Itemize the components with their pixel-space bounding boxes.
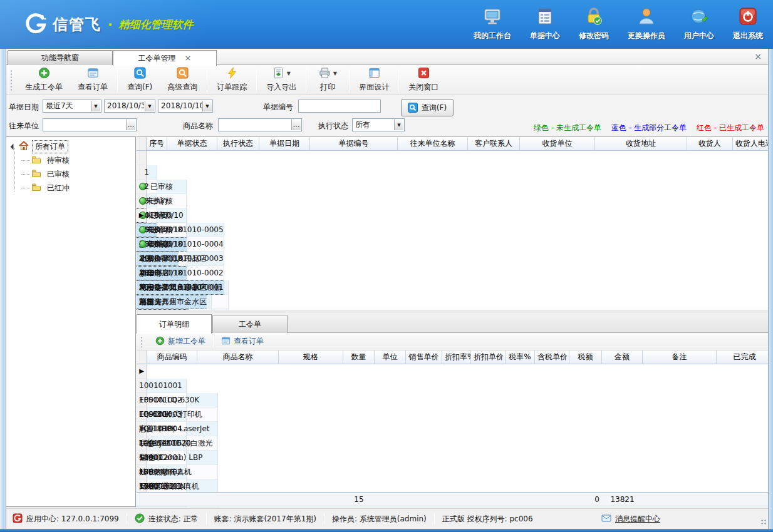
column-header[interactable]: 执行状态 [217, 137, 259, 151]
column-header[interactable]: 客户联系人 [468, 137, 520, 151]
column-header[interactable] [137, 350, 147, 364]
exit-system-button[interactable]: 退出系统 [733, 6, 763, 41]
toolbar-grip[interactable] [10, 69, 13, 91]
tab-workorder-mgmt[interactable]: 工令单管理 × [113, 50, 217, 66]
change-password-button[interactable]: 修改密码 [579, 6, 609, 41]
query-button[interactable]: 查询(F) [401, 99, 454, 116]
status-account-set: 账套: 演示账套(2017年第1期) [207, 514, 324, 524]
order-no-input[interactable] [298, 100, 381, 113]
table-row[interactable]: 100101005佳能 (Canon) LBPLBP 29001台1501001… [137, 422, 768, 436]
column-header[interactable]: 含税单价 [535, 350, 569, 364]
status-license: 正式版 授权序列号: pc006 [435, 514, 541, 524]
column-header[interactable]: 折扣单价 [471, 350, 506, 364]
plus-circle-icon [38, 67, 50, 81]
view-order-button[interactable]: 查看订单 [70, 66, 115, 95]
table-row[interactable]: 100102002兄弟普通纸传真机FAX-8881台17401001740017… [137, 451, 768, 465]
table-row[interactable]: 100102001松下热敏传真机KX-FT862CN1台150100150015… [137, 436, 768, 451]
table-row[interactable]: ▶5已审核未执行2018/10/10XSDD-20181010-0001蓝猫文具… [137, 208, 768, 223]
ellipsis-picker-icon[interactable]: … [291, 120, 301, 130]
tree-item-label: 已审核 [44, 168, 72, 180]
my-workbench-button[interactable]: 我的工作台 [474, 6, 511, 41]
view-order-button[interactable]: 查看订单 [216, 334, 269, 349]
column-header[interactable]: 单据日期 [259, 137, 310, 151]
date-from-select[interactable]: 2018/10/3▼ [104, 100, 155, 113]
table-row[interactable]: 100101003惠普（HP）LaserJetLaserJet 10201台17… [137, 393, 768, 407]
column-header[interactable]: 备注 [643, 350, 717, 364]
document-center-button[interactable]: 单据中心 [530, 6, 560, 41]
tab-nav-window[interactable]: 功能导航窗 [8, 50, 113, 65]
tree-item-all-orders[interactable]: 所有订单 [6, 140, 135, 153]
user-center-button[interactable]: 用户中心 [684, 6, 714, 41]
column-header[interactable]: 规格 [279, 350, 343, 364]
table-row[interactable]: 100103001紫光平板扫描仪Uniscan LA20001台15110015… [137, 465, 768, 479]
table-row[interactable]: 100101002EPSON针式打印机LQ-1800K1台17501001750… [137, 379, 768, 393]
column-header[interactable]: 收货单位 [520, 137, 595, 151]
status-message-center[interactable]: 消息提醒中心 [594, 513, 668, 525]
print-button[interactable]: ▼打印 [308, 66, 347, 95]
partner-input[interactable]: … [43, 118, 137, 131]
column-header[interactable]: 序号 [147, 137, 167, 151]
tree-item-已红冲[interactable]: 已红冲 [6, 181, 135, 195]
chevron-down-icon[interactable]: ▼ [202, 101, 212, 111]
import-export-button[interactable]: ▼导入导出 [259, 66, 304, 95]
tabstrip-close-icon[interactable]: × [754, 52, 762, 61]
button-label: 查询(F) [127, 82, 152, 93]
column-header[interactable]: 数量 [343, 350, 375, 364]
chevron-down-icon[interactable]: ▼ [287, 71, 291, 76]
table-row[interactable]: ▶100101001EPSON LQ-630KLQ-630K1台13001001… [137, 364, 768, 379]
product-input[interactable]: … [218, 118, 302, 131]
column-header[interactable]: 税额 [569, 350, 602, 364]
expander-icon[interactable] [11, 143, 17, 150]
column-header[interactable] [137, 137, 147, 151]
date-preset-select[interactable]: 最近7天▼ [43, 100, 101, 113]
column-header[interactable]: 税率% [506, 350, 535, 364]
column-header[interactable]: 已完成 [717, 350, 768, 364]
column-header[interactable]: 金额 [602, 350, 643, 364]
column-header[interactable]: 单据状态 [167, 137, 217, 151]
table-row[interactable]: 1已审核未执行2018/10/10XSDD-20181010-0005新华书店小… [137, 151, 768, 165]
advanced-query-button[interactable]: 高级查询 [160, 66, 205, 95]
lock-icon [584, 6, 604, 28]
tab-workorder[interactable]: 工令单 [212, 315, 288, 333]
order-tracking-button[interactable]: 订单跟踪 [209, 66, 254, 95]
chevron-down-icon[interactable]: ▼ [333, 71, 337, 76]
cell [442, 493, 471, 506]
table-row[interactable]: 3已审核未执行2018/10/10XSDD-20181010-0003马国涛马国… [137, 180, 768, 194]
chevron-down-icon[interactable]: ▼ [145, 101, 154, 111]
close-window-button[interactable]: 关闭窗口 [401, 66, 446, 95]
ellipsis-picker-icon[interactable]: … [126, 120, 135, 130]
table-row[interactable]: 100101004联想 S1801 黑白激光S18011台15100150150… [137, 407, 768, 422]
column-header[interactable]: 单据编号 [310, 137, 398, 151]
add-workorder-button[interactable]: 新增工令单 [150, 334, 210, 349]
date-to-select[interactable]: 2018/10/10▼ [158, 100, 213, 113]
column-header[interactable]: 折扣率% [442, 350, 471, 364]
ui-design-button[interactable]: 界面设计 [351, 66, 397, 95]
column-header[interactable]: 往来单位名称 [398, 137, 468, 151]
switch-operator-button[interactable]: 更换操作员 [628, 6, 665, 41]
cell [137, 493, 147, 506]
column-header[interactable]: 商品编码 [147, 350, 197, 364]
tab-close-icon[interactable]: × [185, 55, 192, 61]
tree-item-待审核[interactable]: 待审核 [6, 153, 135, 167]
cell: 100101005 [137, 436, 187, 451]
column-header[interactable]: 收货人 [687, 137, 733, 151]
column-header[interactable]: 商品名称 [197, 350, 279, 364]
doc-icon [535, 6, 555, 28]
column-header[interactable]: 销售单价 [406, 350, 442, 364]
table-row[interactable]: 4已审核未执行2018/10/10XSDD-20181010-0002星星文具第… [137, 194, 768, 208]
tab-order-detail[interactable]: 订单明细 [137, 314, 212, 334]
monitor-icon [482, 6, 502, 28]
resize-grip[interactable] [760, 519, 767, 525]
column-header[interactable]: 单位 [375, 350, 406, 364]
generate-workorder-button[interactable]: 生成工令单 [18, 66, 70, 95]
exec-status-select[interactable]: 所有▼ [352, 118, 405, 131]
button-label: 查看订单 [234, 336, 264, 347]
chevron-down-icon[interactable]: ▼ [394, 120, 403, 130]
toolbar-grip[interactable] [140, 336, 143, 347]
column-header[interactable]: 收货人电话 [733, 137, 768, 151]
query-button[interactable]: 查询(F) [120, 66, 160, 95]
chevron-down-icon[interactable]: ▼ [91, 101, 100, 111]
tree-item-已审核[interactable]: 已审核 [6, 167, 135, 181]
column-header[interactable]: 收货地址 [595, 137, 687, 151]
table-row[interactable]: 2已审核未执行2018/10/10XSDD-20181010-0004北京小学文… [137, 165, 768, 180]
